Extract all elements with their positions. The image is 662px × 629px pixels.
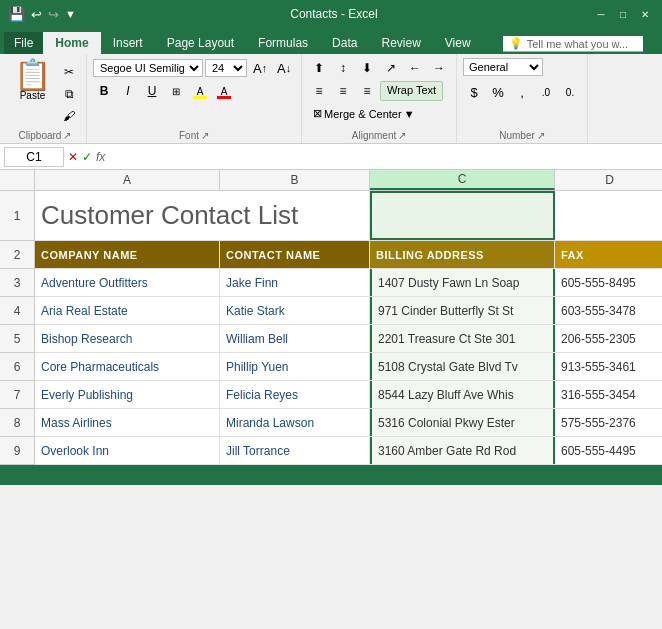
cell-b8[interactable]: Miranda Lawson bbox=[220, 409, 370, 436]
font-expand-icon[interactable]: ↗ bbox=[201, 130, 209, 141]
cell-a3[interactable]: Adventure Outfitters bbox=[35, 269, 220, 296]
font-name-select[interactable]: Segoe UI Semiligh... bbox=[93, 59, 203, 77]
cell-c6[interactable]: 5108 Crystal Gate Blvd Tv bbox=[370, 353, 555, 380]
cell-c3[interactable]: 1407 Dusty Fawn Ln Soap bbox=[370, 269, 555, 296]
merge-dropdown-icon[interactable]: ▼ bbox=[404, 108, 415, 120]
tab-data[interactable]: Data bbox=[320, 32, 369, 54]
grow-font-button[interactable]: A↑ bbox=[249, 58, 271, 78]
border-button[interactable]: ⊞ bbox=[165, 81, 187, 101]
cell-a7[interactable]: Everly Publishing bbox=[35, 381, 220, 408]
percent-button[interactable]: % bbox=[487, 82, 509, 102]
cell-d1[interactable] bbox=[555, 191, 662, 240]
paste-button[interactable]: 📋 Paste bbox=[10, 58, 55, 103]
cell-a4[interactable]: Aria Real Estate bbox=[35, 297, 220, 324]
cell-d9[interactable]: 605-555-4495 bbox=[555, 437, 662, 464]
align-center-button[interactable]: ≡ bbox=[332, 81, 354, 101]
merge-center-button[interactable]: ⊠ Merge & Center ▼ bbox=[308, 104, 420, 123]
cell-b3[interactable]: Jake Finn bbox=[220, 269, 370, 296]
more-icon[interactable]: ▼ bbox=[65, 8, 76, 20]
shrink-font-button[interactable]: A↓ bbox=[273, 58, 295, 78]
cell-a9[interactable]: Overlook Inn bbox=[35, 437, 220, 464]
cell-reference-input[interactable]: C1 bbox=[4, 147, 64, 167]
cell-c1[interactable] bbox=[370, 191, 555, 240]
cell-b4[interactable]: Katie Stark bbox=[220, 297, 370, 324]
row-header-4[interactable]: 4 bbox=[0, 297, 34, 325]
row-header-9[interactable]: 9 bbox=[0, 437, 34, 465]
cancel-formula-icon[interactable]: ✕ bbox=[68, 150, 78, 164]
cell-d6[interactable]: 913-555-3461 bbox=[555, 353, 662, 380]
align-left-button[interactable]: ≡ bbox=[308, 81, 330, 101]
tab-file[interactable]: File bbox=[4, 32, 43, 54]
close-btn[interactable]: ✕ bbox=[636, 5, 654, 23]
header-fax[interactable]: FAX bbox=[555, 241, 662, 268]
cell-c7[interactable]: 8544 Lazy Bluff Ave Whis bbox=[370, 381, 555, 408]
cell-a5[interactable]: Bishop Research bbox=[35, 325, 220, 352]
text-direction-button[interactable]: ↗ bbox=[380, 58, 402, 78]
tab-insert[interactable]: Insert bbox=[101, 32, 155, 54]
tab-formulas[interactable]: Formulas bbox=[246, 32, 320, 54]
tab-view[interactable]: View bbox=[433, 32, 483, 54]
clipboard-expand-icon[interactable]: ↗ bbox=[63, 130, 71, 141]
cell-d8[interactable]: 575-555-2376 bbox=[555, 409, 662, 436]
tell-me-text[interactable]: Tell me what you w... bbox=[527, 38, 629, 50]
tab-review[interactable]: Review bbox=[369, 32, 432, 54]
confirm-formula-icon[interactable]: ✓ bbox=[82, 150, 92, 164]
decimal-increase-button[interactable]: .0 bbox=[535, 82, 557, 102]
col-header-a[interactable]: A bbox=[35, 170, 220, 190]
indent-decrease-button[interactable]: ← bbox=[404, 58, 426, 78]
format-painter-button[interactable]: 🖌 bbox=[58, 106, 80, 126]
align-top-button[interactable]: ⬆ bbox=[308, 58, 330, 78]
number-expand-icon[interactable]: ↗ bbox=[537, 130, 545, 141]
cell-b5[interactable]: William Bell bbox=[220, 325, 370, 352]
comma-button[interactable]: , bbox=[511, 82, 533, 102]
row-header-8[interactable]: 8 bbox=[0, 409, 34, 437]
cell-d5[interactable]: 206-555-2305 bbox=[555, 325, 662, 352]
save-icon[interactable]: 💾 bbox=[8, 6, 25, 22]
cell-d3[interactable]: 605-555-8495 bbox=[555, 269, 662, 296]
cut-button[interactable]: ✂ bbox=[58, 62, 80, 82]
cell-a8[interactable]: Mass Airlines bbox=[35, 409, 220, 436]
decimal-decrease-button[interactable]: 0. bbox=[559, 82, 581, 102]
header-billing[interactable]: BILLING ADDRESS bbox=[370, 241, 555, 268]
row-header-3[interactable]: 3 bbox=[0, 269, 34, 297]
title-cell[interactable]: Customer Contact List bbox=[35, 191, 370, 240]
cell-d7[interactable]: 316-555-3454 bbox=[555, 381, 662, 408]
alignment-expand-icon[interactable]: ↗ bbox=[398, 130, 406, 141]
cell-b7[interactable]: Felicia Reyes bbox=[220, 381, 370, 408]
redo-icon[interactable]: ↪ bbox=[48, 7, 59, 22]
italic-button[interactable]: I bbox=[117, 81, 139, 101]
tab-page-layout[interactable]: Page Layout bbox=[155, 32, 246, 54]
underline-button[interactable]: U bbox=[141, 81, 163, 101]
col-header-d[interactable]: D bbox=[555, 170, 662, 190]
cell-a6[interactable]: Core Pharmaceuticals bbox=[35, 353, 220, 380]
tab-home[interactable]: Home bbox=[43, 32, 100, 54]
header-company[interactable]: COMPANY NAME bbox=[35, 241, 220, 268]
row-header-6[interactable]: 6 bbox=[0, 353, 34, 381]
fill-color-button[interactable]: A bbox=[189, 81, 211, 101]
cell-b6[interactable]: Phillip Yuen bbox=[220, 353, 370, 380]
currency-button[interactable]: $ bbox=[463, 82, 485, 102]
cell-c4[interactable]: 971 Cinder Butterfly St St bbox=[370, 297, 555, 324]
bold-button[interactable]: B bbox=[93, 81, 115, 101]
row-header-7[interactable]: 7 bbox=[0, 381, 34, 409]
cell-b9[interactable]: Jill Torrance bbox=[220, 437, 370, 464]
wrap-text-button[interactable]: Wrap Text bbox=[380, 81, 443, 101]
indent-increase-button[interactable]: → bbox=[428, 58, 450, 78]
row-header-1[interactable]: 1 bbox=[0, 191, 34, 241]
minimize-btn[interactable]: ─ bbox=[592, 5, 610, 23]
window-controls[interactable]: ─ □ ✕ bbox=[592, 5, 654, 23]
cell-c8[interactable]: 5316 Colonial Pkwy Ester bbox=[370, 409, 555, 436]
font-size-select[interactable]: 24 bbox=[205, 59, 247, 77]
undo-icon[interactable]: ↩ bbox=[31, 7, 42, 22]
header-contact[interactable]: CONTACT NAME bbox=[220, 241, 370, 268]
formula-input[interactable] bbox=[109, 148, 658, 166]
maximize-btn[interactable]: □ bbox=[614, 5, 632, 23]
number-format-select[interactable]: General bbox=[463, 58, 543, 76]
col-header-c[interactable]: C bbox=[370, 170, 555, 190]
cell-d4[interactable]: 603-555-3478 bbox=[555, 297, 662, 324]
row-header-5[interactable]: 5 bbox=[0, 325, 34, 353]
align-middle-button[interactable]: ↕ bbox=[332, 58, 354, 78]
align-right-button[interactable]: ≡ bbox=[356, 81, 378, 101]
col-header-b[interactable]: B bbox=[220, 170, 370, 190]
align-bottom-button[interactable]: ⬇ bbox=[356, 58, 378, 78]
